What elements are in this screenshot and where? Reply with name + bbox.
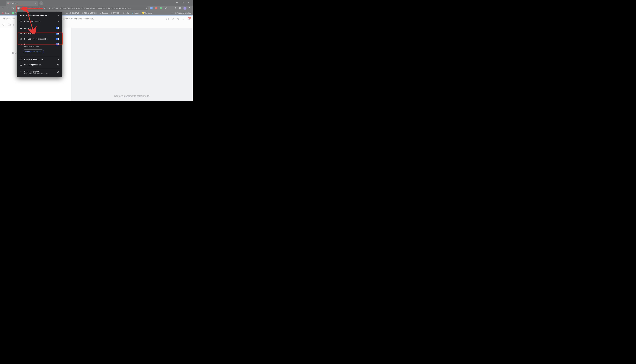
close-tab-icon[interactable]: ✕ — [35, 2, 37, 4]
folder-icon: 🗀 — [110, 12, 112, 14]
bookmark-label: Todos os favoritos — [177, 12, 191, 14]
popup-title: learningserver000.anna.center — [20, 14, 48, 16]
bookmark-folder-vinicius[interactable]: 🗀 VINICIUS W5 — [66, 12, 79, 14]
folder-icon: 🗀 — [66, 12, 68, 14]
bell-icon — [20, 32, 22, 35]
notifications-toggle[interactable] — [56, 32, 59, 34]
browser-toolbar: learningserver000.anna.center/AnnAWeb40.… — [0, 6, 193, 11]
chevron-right-icon — [57, 58, 59, 60]
notifications-bell[interactable]: 1 — [187, 18, 190, 20]
row-label: Pop-ups e redirecionamentos — [24, 38, 54, 40]
bookmark-label: W — [15, 12, 16, 14]
back-button[interactable] — [1, 6, 5, 10]
svg-point-17 — [21, 59, 21, 60]
svg-point-11 — [183, 19, 184, 20]
bookmark-folder-estudos[interactable]: 🗀 Estudos — [99, 12, 108, 14]
extension-password-icon[interactable] — [154, 6, 158, 10]
sound-row[interactable]: Som Automático (padrão) — [17, 42, 62, 49]
bookmark-thenews[interactable]: ■ The News — [142, 12, 152, 14]
svg-point-10 — [183, 19, 184, 19]
speaker-icon — [20, 43, 22, 46]
whatsapp-icon: ✆ — [12, 12, 14, 14]
svg-point-16 — [20, 58, 22, 60]
bookmark-folder-ferramentas[interactable]: 🗀 FERRAMENTAS — [81, 12, 97, 14]
bookmark-whatsapp[interactable]: ✆ W — [12, 12, 16, 14]
microphone-toggle[interactable] — [56, 27, 59, 29]
site-info-popup: learningserver000.anna.center ✕ A conexã… — [17, 12, 62, 77]
all-bookmarks[interactable]: 🗀 Todos os favoritos — [175, 12, 191, 14]
svg-point-20 — [21, 60, 22, 60]
extension-translate-icon[interactable] — [150, 6, 153, 10]
profile-avatar[interactable]: V — [183, 6, 186, 10]
svg-point-7 — [189, 8, 190, 8]
address-bar[interactable]: learningserver000.anna.center/AnnAWeb40.… — [16, 6, 148, 10]
new-tab-button[interactable]: + — [40, 1, 43, 5]
browser-tab[interactable]: A AnnA Web ✕ — [6, 1, 38, 6]
search-icon[interactable] — [2, 24, 5, 26]
bookmark-label: Kaggle — [134, 12, 139, 14]
window-maximize-button[interactable]: ▢ — [180, 0, 186, 4]
side-panel-button[interactable] — [179, 6, 182, 10]
row-label: Cookies e dados do site — [24, 58, 55, 60]
site-info-button[interactable] — [17, 7, 20, 10]
stats-icon[interactable] — [166, 18, 169, 20]
bell-badge: 1 — [188, 17, 191, 19]
svg-point-12 — [3, 24, 4, 26]
open-external-icon — [57, 71, 59, 73]
lock-icon — [20, 20, 22, 22]
row-label: A conexão é segura — [24, 20, 55, 22]
kebab-menu-button[interactable] — [188, 6, 191, 10]
search-placeholder[interactable]: Procu — [8, 24, 14, 26]
bookmark-label: G-mail — [5, 12, 10, 14]
star-icon[interactable]: ☆ — [145, 7, 147, 9]
popups-toggle[interactable] — [56, 38, 59, 40]
row-label: Som Automático (padrão) — [24, 43, 54, 47]
bookmark-label: Estudos — [102, 12, 108, 14]
window-close-button[interactable]: ✕ — [186, 0, 192, 4]
row-label: Configurações do site — [24, 64, 55, 66]
svg-point-1 — [19, 8, 19, 8]
reload-button[interactable] — [11, 6, 15, 10]
refresh-icon[interactable] — [171, 18, 174, 20]
bookmark-label: The News — [144, 12, 152, 14]
bookmark-folder-python[interactable]: 🗀 PYTHON — [110, 12, 120, 14]
folder-icon: 🗀 — [175, 12, 177, 14]
bookmark-label: FERRAMENTAS — [84, 12, 97, 14]
notifications-row[interactable]: Notificações — [17, 31, 62, 36]
bookmarks-overflow[interactable]: » — [172, 12, 173, 14]
downloads-button[interactable] — [174, 6, 177, 10]
about-page-row[interactable]: Sobre esta página Saiba mais sobre a fon… — [17, 69, 62, 77]
cookies-row[interactable]: Cookies e dados do site — [17, 57, 62, 62]
microphone-row[interactable]: Microfone — [17, 26, 62, 31]
reset-permissions-button[interactable]: Redefinir permissões — [23, 50, 44, 54]
mic-icon — [20, 27, 22, 29]
header-status: Nenhum atendimento selecionado) — [63, 18, 94, 20]
extension-quillbot-icon[interactable] — [159, 6, 163, 10]
connection-row[interactable]: A conexão é segura — [17, 18, 62, 24]
bookmark-gmail[interactable]: M G-mail — [2, 12, 10, 14]
svg-point-6 — [189, 7, 190, 8]
chrome-menu-separator: | — [169, 6, 172, 10]
bookmark-kaggle[interactable]: k Kaggle — [131, 12, 139, 14]
folder-icon: 🗀 — [99, 12, 101, 14]
bookmark-label: VINICIUS W5 — [69, 12, 79, 14]
bookmark-folder-sql[interactable]: 🗀 SQL — [123, 12, 129, 14]
svg-rect-4 — [179, 7, 181, 9]
chevron-right-icon — [57, 20, 59, 22]
search-dropdown-icon[interactable]: ▾ — [6, 24, 7, 26]
svg-point-21 — [21, 64, 21, 65]
window-minimize-button[interactable]: — — [174, 0, 180, 4]
row-label: Sobre esta página Saiba mais sobre a fon… — [24, 71, 55, 75]
sound-toggle[interactable] — [56, 43, 59, 45]
more-icon[interactable] — [182, 18, 184, 20]
bookmark-label: PYTHON — [113, 12, 120, 14]
main-panel-empty: Nenhum atendimento selecionado. — [71, 28, 193, 101]
site-settings-row[interactable]: Configurações do site — [17, 62, 62, 68]
svg-line-13 — [4, 25, 5, 26]
close-icon[interactable]: ✕ — [58, 14, 59, 17]
news-icon: ■ — [142, 12, 144, 14]
extensions-button[interactable] — [164, 6, 168, 10]
row-label: Microfone — [24, 27, 54, 29]
announce-icon[interactable] — [177, 18, 179, 20]
popups-row[interactable]: Pop-ups e redirecionamentos — [17, 36, 62, 42]
